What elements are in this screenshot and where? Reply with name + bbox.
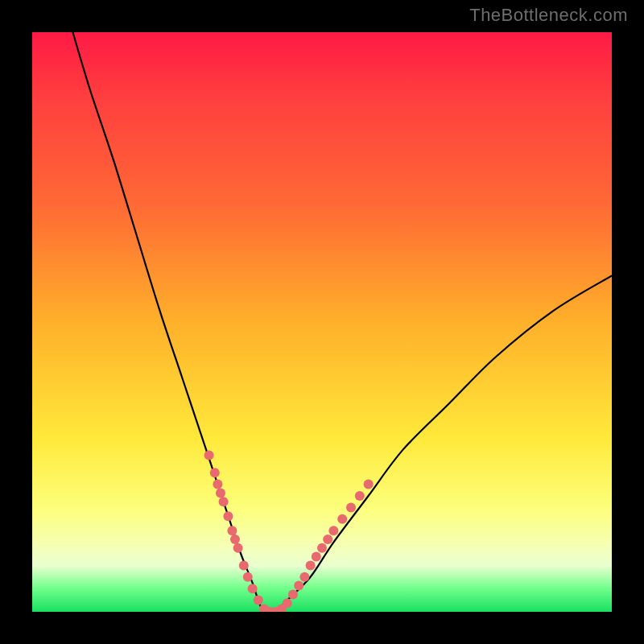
marker-dot [243, 572, 253, 582]
marker-dot [283, 598, 292, 608]
marker-dot [355, 491, 365, 501]
marker-dot [317, 543, 327, 553]
marker-dot [277, 604, 287, 612]
marker-dot [294, 581, 303, 591]
marker-dot [306, 560, 316, 570]
marker-dot [265, 607, 275, 612]
marker-dot [254, 596, 263, 605]
marker-dot [299, 572, 309, 582]
bottleneck-curve-path [72, 32, 612, 612]
marker-dot [328, 526, 338, 535]
marker-dot [204, 451, 214, 460]
curve-svg [32, 32, 612, 612]
marker-dot [219, 497, 229, 506]
marker-dot [270, 607, 280, 612]
marker-dot [312, 552, 321, 562]
marker-dot [239, 560, 249, 570]
marker-dots-group [204, 451, 374, 612]
marker-dot [346, 502, 356, 512]
marker-dot [259, 604, 269, 612]
marker-dot [288, 589, 298, 599]
plot-area [32, 32, 612, 612]
marker-dot [213, 480, 222, 489]
marker-dot [323, 535, 332, 544]
watermark-text: TheBottleneck.com [469, 5, 628, 26]
marker-dot [230, 535, 240, 544]
marker-dot [248, 584, 258, 593]
marker-dot [210, 468, 220, 477]
marker-dot [233, 543, 243, 553]
marker-dot [216, 488, 225, 497]
marker-dot [337, 514, 347, 524]
marker-dot [227, 526, 237, 535]
marker-dot [223, 511, 233, 521]
marker-dot [364, 480, 374, 489]
chart-frame: TheBottleneck.com [0, 0, 644, 644]
